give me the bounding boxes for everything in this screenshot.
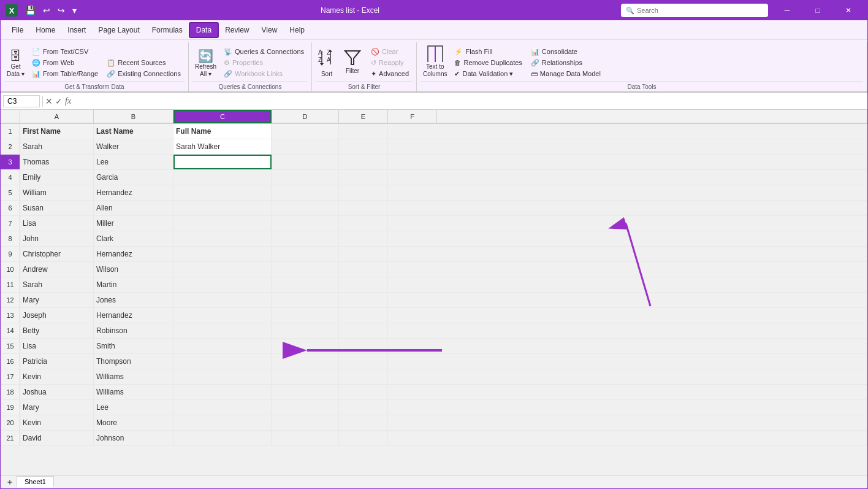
row-number-15[interactable]: 15: [1, 339, 20, 353]
cell-c11[interactable]: [173, 277, 272, 292]
cell-f-plus-6[interactable]: [388, 201, 867, 215]
cell-f-plus-14[interactable]: [388, 323, 867, 338]
undo-button[interactable]: ↩: [40, 4, 53, 17]
cell-b11[interactable]: Martin: [94, 277, 173, 292]
customize-button[interactable]: ▾: [70, 4, 79, 17]
existing-connections-button[interactable]: 🔗 Existing Connections: [103, 68, 185, 79]
menu-view[interactable]: View: [256, 23, 284, 37]
cell-c20[interactable]: [173, 415, 272, 430]
cell-d15[interactable]: [272, 339, 339, 353]
cell-e12[interactable]: [339, 293, 388, 307]
menu-home[interactable]: Home: [29, 23, 61, 37]
cell-a19[interactable]: Mary: [20, 400, 94, 415]
cell-d7[interactable]: [272, 216, 339, 231]
row-number-9[interactable]: 9: [1, 247, 20, 261]
cell-d21[interactable]: [272, 431, 339, 445]
cell-b16[interactable]: Thompson: [94, 354, 173, 369]
cell-e19[interactable]: [339, 400, 388, 415]
cell-c6[interactable]: [173, 201, 272, 215]
menu-help[interactable]: Help: [283, 23, 311, 37]
cell-b8[interactable]: Clark: [94, 231, 173, 246]
recent-sources-button[interactable]: 📋 Recent Sources: [103, 57, 185, 68]
cell-b14[interactable]: Robinson: [94, 323, 173, 338]
cell-d18[interactable]: [272, 385, 339, 399]
row-number-12[interactable]: 12: [1, 293, 20, 307]
cell-d4[interactable]: [272, 170, 339, 185]
cell-d6[interactable]: [272, 201, 339, 215]
cell-a15[interactable]: Lisa: [20, 339, 94, 353]
cell-f-plus-20[interactable]: [388, 415, 867, 430]
cell-f-plus-16[interactable]: [388, 354, 867, 369]
cell-a17[interactable]: Kevin: [20, 369, 94, 384]
cell-c8[interactable]: [173, 231, 272, 246]
cell-a16[interactable]: Patricia: [20, 354, 94, 369]
menu-insert[interactable]: Insert: [61, 23, 92, 37]
from-table-range-button[interactable]: 📊 From Table/Range: [28, 68, 102, 79]
new-sheet-button[interactable]: ＋: [3, 477, 17, 488]
remove-duplicates-button[interactable]: 🗑 Remove Duplicates: [451, 57, 525, 68]
cell-c12[interactable]: [173, 293, 272, 307]
row-number-17[interactable]: 17: [1, 369, 20, 384]
cell-d12[interactable]: [272, 293, 339, 307]
cell-a10[interactable]: Andrew: [20, 262, 94, 277]
cell-a20[interactable]: Kevin: [20, 415, 94, 430]
cell-e20[interactable]: [339, 415, 388, 430]
cell-f-plus-4[interactable]: [388, 170, 867, 185]
cell-d13[interactable]: [272, 308, 339, 323]
row-number-2[interactable]: 2: [1, 139, 20, 154]
cell-a11[interactable]: Sarah: [20, 277, 94, 292]
get-data-button[interactable]: 🗄 GetData ▾: [4, 44, 27, 79]
cell-e8[interactable]: [339, 231, 388, 246]
row-number-4[interactable]: 4: [1, 170, 20, 185]
cell-d16[interactable]: [272, 354, 339, 369]
cell-b5[interactable]: Hernandez: [94, 185, 173, 200]
row-number-14[interactable]: 14: [1, 323, 20, 338]
flash-fill-button[interactable]: ⚡ Flash Fill: [451, 46, 525, 57]
cell-e5[interactable]: [339, 185, 388, 200]
row-number-7[interactable]: 7: [1, 216, 20, 231]
cell-a6[interactable]: Susan: [20, 201, 94, 215]
cell-b19[interactable]: Lee: [94, 400, 173, 415]
maximize-button[interactable]: □: [804, 1, 832, 20]
cell-e6[interactable]: [339, 201, 388, 215]
cell-b2[interactable]: Walker: [94, 139, 173, 154]
row-number-5[interactable]: 5: [1, 185, 20, 200]
cell-c18[interactable]: [173, 385, 272, 399]
cell-e2[interactable]: [339, 139, 388, 154]
menu-formulas[interactable]: Formulas: [146, 23, 189, 37]
cell-a8[interactable]: John: [20, 231, 94, 246]
cell-f-plus-19[interactable]: [388, 400, 867, 415]
cell-a2[interactable]: Sarah: [20, 139, 94, 154]
save-button[interactable]: 💾: [23, 4, 38, 17]
cell-f-plus-5[interactable]: [388, 185, 867, 200]
row-number-11[interactable]: 11: [1, 277, 20, 292]
cell-a4[interactable]: Emily: [20, 170, 94, 185]
row-number-10[interactable]: 10: [1, 262, 20, 277]
formula-input[interactable]: [74, 100, 865, 102]
cell-d9[interactable]: [272, 247, 339, 261]
cell-e1[interactable]: [339, 124, 388, 139]
cell-e9[interactable]: [339, 247, 388, 261]
cell-f-plus-17[interactable]: [388, 369, 867, 384]
cell-e14[interactable]: [339, 323, 388, 338]
cell-e21[interactable]: [339, 431, 388, 445]
cell-f-plus-1[interactable]: [388, 124, 867, 139]
cell-reference-box[interactable]: C3: [3, 95, 40, 107]
cell-d20[interactable]: [272, 415, 339, 430]
cell-f-plus-15[interactable]: [388, 339, 867, 353]
cell-c13[interactable]: [173, 308, 272, 323]
cell-d11[interactable]: [272, 277, 339, 292]
queries-connections-button[interactable]: 📡 Queries & Connections: [220, 46, 308, 57]
col-header-e[interactable]: E: [339, 110, 388, 123]
cell-d10[interactable]: [272, 262, 339, 277]
cell-c2[interactable]: Sarah Walker: [173, 139, 272, 154]
cell-c16[interactable]: [173, 354, 272, 369]
cell-d8[interactable]: [272, 231, 339, 246]
minimize-button[interactable]: ─: [773, 1, 801, 20]
clear-button[interactable]: 🚫 Clear: [367, 46, 413, 57]
cell-f-plus-18[interactable]: [388, 385, 867, 399]
filter-button[interactable]: Filter: [340, 44, 365, 79]
cell-f-plus-9[interactable]: [388, 247, 867, 261]
menu-data[interactable]: Data: [189, 22, 219, 38]
cell-c15[interactable]: [173, 339, 272, 353]
